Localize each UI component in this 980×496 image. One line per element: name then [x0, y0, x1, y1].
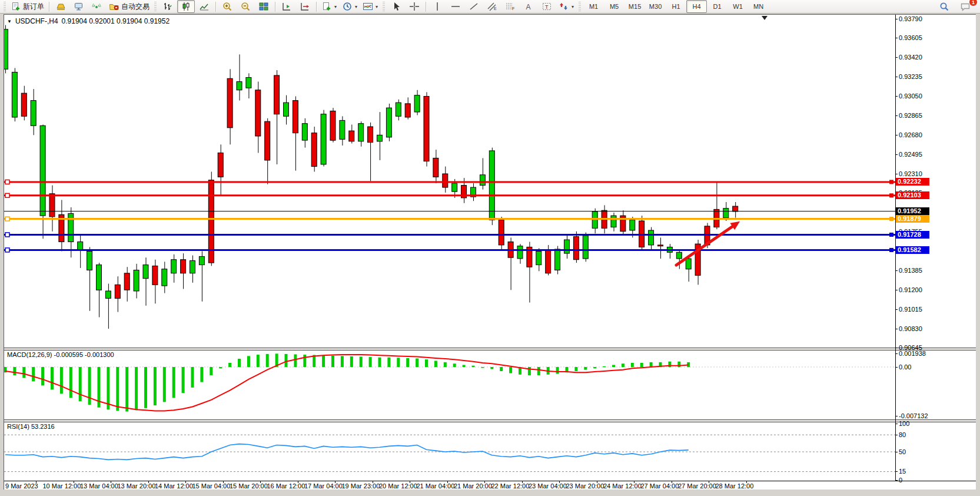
periods-button[interactable]: ▾ [340, 0, 360, 13]
chart-shift-button[interactable] [278, 0, 295, 13]
window-edge-bottom [0, 490, 980, 496]
price-axis-tickmark [895, 57, 898, 58]
timeframe-button-MN[interactable]: MN [748, 0, 769, 13]
cursor-button[interactable] [387, 0, 405, 13]
rsi-axis-tick: 80 [899, 431, 906, 439]
search-icon [939, 2, 949, 11]
signals-button[interactable] [88, 0, 106, 13]
text-label-button[interactable]: T [538, 0, 556, 13]
price-axis-tick: 0.92495 [899, 151, 922, 158]
auto-scroll-icon [300, 2, 310, 11]
price-axis-tickmark [895, 348, 898, 348]
main-chart-canvas[interactable] [4, 15, 895, 348]
rsi-axis-tick: 0 [899, 477, 902, 484]
horizontal-line-button[interactable] [447, 0, 464, 13]
macd-indicator-label: MACD(12,26,9) -0.000595 -0.001300 [7, 351, 114, 358]
price-line-badge: 0.91582 [896, 246, 929, 254]
price-axis-tick: 0.92310 [899, 170, 922, 178]
toolbar-grip[interactable] [579, 2, 581, 11]
macd-pane-canvas[interactable] [4, 349, 895, 419]
chart-menu-icon[interactable]: ▼ [7, 19, 12, 24]
text-label-icon: T [542, 2, 552, 11]
terminal-window: 新订单 [0, 0, 980, 496]
price-line-badge: 0.92232 [896, 178, 929, 186]
timeframe-button-M5[interactable]: M5 [604, 0, 624, 13]
tile-windows-button[interactable] [255, 0, 273, 13]
price-axis-tick: 0.93050 [899, 92, 922, 100]
chat-button[interactable]: 1 [956, 0, 974, 13]
ohlc-bars-icon [162, 2, 173, 11]
vertical-line-button[interactable] [428, 0, 446, 13]
svg-text:E: E [494, 6, 497, 11]
pane-splitter[interactable] [4, 419, 976, 422]
auto-scroll-button[interactable] [296, 0, 314, 13]
toolbar-separator [49, 2, 49, 12]
text-button[interactable]: A [520, 0, 537, 13]
candlesticks-icon [181, 2, 191, 11]
autotrade-label: 自动交易 [121, 2, 150, 12]
toolbar-grip[interactable] [383, 2, 385, 11]
vertical-line-icon [432, 2, 443, 11]
trendline-button[interactable] [465, 0, 483, 13]
chart-symbol-period: USDCHF-,H4 [15, 17, 58, 25]
cursor-icon [391, 2, 401, 11]
zoom-in-icon [222, 2, 232, 11]
toolbar-grip[interactable] [154, 2, 157, 11]
crosshair-button[interactable] [406, 0, 423, 13]
channel-button[interactable]: E [483, 0, 501, 13]
timeframe-button-D1[interactable]: D1 [707, 0, 727, 13]
autotrade-button[interactable]: 自动交易 [107, 0, 152, 13]
rsi-axis-tickmark [895, 480, 898, 481]
price-axis-tickmark [895, 329, 898, 329]
toolbar-right-group: 1 [935, 0, 980, 13]
rsi-pane-canvas[interactable] [4, 421, 895, 481]
zoom-out-button[interactable] [237, 0, 254, 13]
bar-chart-button[interactable] [159, 0, 177, 13]
timeframe-button-M30[interactable]: M30 [645, 0, 666, 13]
timeframe-button-H1[interactable]: H1 [666, 0, 686, 13]
arrows-tool-button[interactable]: ▾ [556, 0, 576, 13]
zoom-in-button[interactable] [218, 0, 236, 13]
indicators-button[interactable]: ▾ [360, 0, 380, 13]
search-button[interactable] [935, 0, 953, 13]
price-axis-tickmark [895, 270, 898, 271]
rsi-axis-tick: 100 [899, 420, 909, 428]
new-order-label: 新订单 [23, 2, 44, 12]
time-axis-border [4, 481, 976, 481]
rsi-axis-tick: 15 [899, 468, 906, 475]
new-order-button[interactable]: 新订单 [8, 0, 46, 13]
chart-shift-marker[interactable] [762, 16, 768, 20]
timeframe-button-M15[interactable]: M15 [624, 0, 645, 13]
price-axis-tick: 0.93420 [899, 54, 922, 61]
signal-waves-icon [92, 2, 102, 11]
line-chart-icon [199, 2, 210, 11]
price-line-badge: 0.92103 [896, 191, 929, 199]
fibonacci-button[interactable]: F [501, 0, 519, 13]
price-axis-tick: 0.93790 [899, 15, 922, 23]
chevron-down-icon: ▾ [334, 4, 337, 9]
price-line-badge: 0.91728 [896, 231, 929, 239]
macd-axis-tick: 0.00 [899, 363, 911, 371]
gold-ingot-icon [55, 2, 66, 11]
price-axis-tick: 0.90830 [899, 325, 922, 333]
pane-splitter[interactable] [4, 348, 976, 350]
toolbar-grip[interactable] [4, 2, 6, 11]
price-axis-tick: 0.91385 [899, 267, 922, 275]
add-object-button[interactable]: ▾ [319, 0, 339, 13]
svg-text:F: F [512, 6, 514, 11]
price-axis-tickmark [895, 154, 898, 155]
text-A-icon: A [523, 2, 534, 11]
terminal-button[interactable] [70, 0, 88, 13]
timeframe-button-W1[interactable]: W1 [727, 0, 748, 13]
timeframe-button-H4[interactable]: H4 [686, 0, 707, 13]
price-axis-tickmark [895, 174, 898, 174]
price-axis-tickmark [895, 290, 898, 290]
clock-icon [342, 2, 353, 11]
price-axis-tickmark [895, 38, 898, 38]
price-axis-tickmark [895, 115, 898, 116]
gold-button[interactable] [52, 0, 69, 13]
timeframe-button-M1[interactable]: M1 [583, 0, 604, 13]
toolbar-separator [275, 2, 275, 12]
candle-chart-button[interactable] [177, 0, 195, 13]
line-chart-button[interactable] [195, 0, 213, 13]
